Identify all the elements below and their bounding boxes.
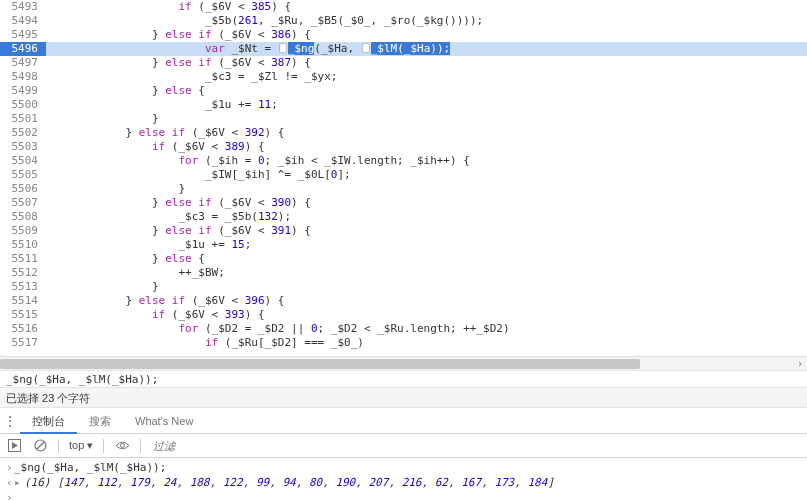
code-content: _$c3 = _$5b(132); [46,210,807,224]
code-line[interactable]: 5514 } else if (_$6V < 396) { [0,294,807,308]
console-output[interactable]: ›_$ng(_$Ha, _$lM(_$Ha)); ‹▸(16) [147, 11… [0,458,807,500]
console-prompt[interactable]: › [0,490,807,500]
code-content: } [46,182,807,196]
separator [140,439,141,453]
code-line[interactable]: 5510 _$1u += 15; [0,238,807,252]
code-line[interactable]: 5501 } [0,112,807,126]
code-line[interactable]: 5498 _$c3 = _$Zl != _$yx; [0,70,807,84]
tab-console[interactable]: 控制台 [20,408,77,434]
line-number: 5495 [0,28,46,42]
play-icon[interactable] [6,438,22,454]
code-content: } else if (_$6V < 390) { [46,196,807,210]
code-line[interactable]: 5513 } [0,280,807,294]
line-number: 5500 [0,98,46,112]
console-toolbar: top ▾ [0,434,807,458]
code-content: } [46,280,807,294]
line-number: 5507 [0,196,46,210]
code-line[interactable]: 5512 ++_$BW; [0,266,807,280]
code-line[interactable]: 5503 if (_$6V < 389) { [0,140,807,154]
line-number: 5497 [0,56,46,70]
code-editor[interactable]: 5493 if (_$6V < 385) {5494 _$5b(261, _$R… [0,0,807,356]
svg-line-3 [36,442,44,450]
line-number: 5517 [0,336,46,350]
line-number: 5508 [0,210,46,224]
expand-triangle-icon[interactable]: ▸ [14,476,24,489]
eye-icon[interactable] [114,438,130,454]
scrollbar-right-arrow-icon[interactable]: › [793,357,807,371]
console-input-line: ›_$ng(_$Ha, _$lM(_$Ha)); [0,460,807,475]
match-marker-icon [362,43,370,53]
scrollbar-thumb[interactable] [0,359,640,369]
code-line[interactable]: 5509 } else if (_$6V < 391) { [0,224,807,238]
code-line[interactable]: 5500 _$1u += 11; [0,98,807,112]
separator [103,439,104,453]
line-number: 5515 [0,308,46,322]
code-content: _$5b(261, _$Ru, _$B5(_$0_, _$ro(_$kg()))… [46,14,807,28]
console-input-text: _$ng(_$Ha, _$lM(_$Ha)); [14,461,166,474]
input-caret-icon: › [6,461,14,474]
line-number: 5512 [0,266,46,280]
context-selector[interactable]: top ▾ [69,439,93,452]
chevron-down-icon: ▾ [87,439,93,451]
tab-whats-new[interactable]: What's New [123,408,205,434]
code-line[interactable]: 5517 if (_$Ru[_$D2] === _$0_) [0,336,807,350]
drawer-tabs: ⋮ 控制台 搜索 What's New [0,408,807,434]
line-number: 5502 [0,126,46,140]
line-number: 5494 [0,14,46,28]
code-content: } else if (_$6V < 391) { [46,224,807,238]
code-line[interactable]: 5507 } else if (_$6V < 390) { [0,196,807,210]
clear-console-icon[interactable] [32,438,48,454]
code-content: ++_$BW; [46,266,807,280]
line-number: 5514 [0,294,46,308]
code-line[interactable]: 5515 if (_$6V < 393) { [0,308,807,322]
code-content: if (_$6V < 389) { [46,140,807,154]
context-label: top [69,439,84,451]
separator [58,439,59,453]
code-line[interactable]: 5506 } [0,182,807,196]
code-line[interactable]: 5495 } else if (_$6V < 386) { [0,28,807,42]
code-line[interactable]: 5497 } else if (_$6V < 387) { [0,56,807,70]
result-array: [147, 112, 179, 24, 188, 122, 99, 94, 80… [57,476,554,489]
code-line[interactable]: 5499 } else { [0,84,807,98]
svg-point-4 [120,444,124,448]
code-line[interactable]: 5504 for (_$ih = 0; _$ih < _$IW.length; … [0,154,807,168]
tab-search[interactable]: 搜索 [77,408,123,434]
input-caret-icon: › [6,491,14,500]
code-line[interactable]: 5493 if (_$6V < 385) { [0,0,807,14]
line-number: 5506 [0,182,46,196]
code-line[interactable]: 5511 } else { [0,252,807,266]
code-content: } [46,112,807,126]
line-number: 5513 [0,280,46,294]
code-content: } else { [46,84,807,98]
code-content: } else if (_$6V < 387) { [46,56,807,70]
code-line[interactable]: 5505 _$IW[_$ih] ^= _$0L[0]; [0,168,807,182]
code-content: _$1u += 15; [46,238,807,252]
console-result-line[interactable]: ‹▸(16) [147, 112, 179, 24, 188, 122, 99,… [0,475,807,490]
code-content: } else if (_$6V < 396) { [46,294,807,308]
result-length: (16) [24,476,51,489]
line-number: 5504 [0,154,46,168]
line-number: 5516 [0,322,46,336]
code-line[interactable]: 5508 _$c3 = _$5b(132); [0,210,807,224]
code-content: if (_$Ru[_$D2] === _$0_) [46,336,807,350]
output-caret-icon: ‹ [6,476,14,489]
line-number: 5493 [0,0,46,14]
code-content: if (_$6V < 385) { [46,0,807,14]
code-line[interactable]: 5494 _$5b(261, _$Ru, _$B5(_$0_, _$ro(_$k… [0,14,807,28]
code-line[interactable]: 5516 for (_$D2 = _$D2 || 0; _$D2 < _$Ru.… [0,322,807,336]
code-content: _$1u += 11; [46,98,807,112]
line-number: 5510 [0,238,46,252]
line-number: 5498 [0,70,46,84]
line-number: 5509 [0,224,46,238]
filter-input[interactable] [151,439,801,453]
horizontal-scrollbar[interactable]: › [0,356,807,370]
breadcrumb: _$ng(_$Ha, _$lM(_$Ha)); [0,370,807,388]
code-content: } else { [46,252,807,266]
code-line[interactable]: 5502 } else if (_$6V < 392) { [0,126,807,140]
code-line[interactable]: 5496 var _$Nt = _$ng(_$Ha, _$lM(_$Ha)); [0,42,807,56]
line-number: 5511 [0,252,46,266]
code-content: if (_$6V < 393) { [46,308,807,322]
kebab-menu-icon[interactable]: ⋮ [0,413,20,429]
code-content: _$IW[_$ih] ^= _$0L[0]; [46,168,807,182]
line-number: 5496 [0,42,46,56]
